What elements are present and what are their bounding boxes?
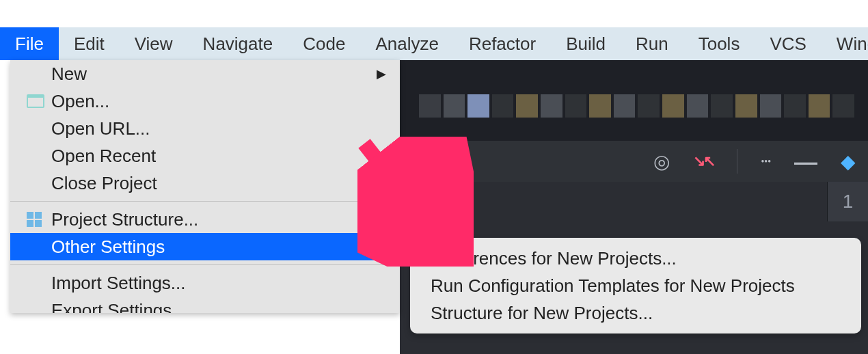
submenu-arrow-icon: ▶ [377, 148, 386, 163]
menu-item-open-recent[interactable]: Open Recent ▶ [10, 142, 400, 169]
cube-icon[interactable]: ◆ [841, 150, 856, 173]
file-dropdown: New ▶ Open... Open URL... Open Recent ▶ … [10, 60, 400, 313]
menu-item-label: New [51, 64, 377, 85]
more-icon[interactable]: ●●● [761, 159, 771, 163]
menu-item-label: Open URL... [51, 118, 386, 139]
submenu-item-label: Structure for New Projects... [431, 303, 653, 324]
toolbar-separator [737, 149, 737, 174]
menu-refactor[interactable]: Refactor [454, 27, 551, 60]
submenu-arrow-icon: ▶ [377, 239, 386, 254]
menu-item-open[interactable]: Open... [10, 87, 400, 115]
submenu-item-label: Run Configuration Templates for New Proj… [431, 275, 795, 297]
menu-item-label: Export Settings [51, 300, 386, 314]
target-icon[interactable]: ◎ [653, 150, 670, 173]
menu-file[interactable]: File [0, 27, 59, 60]
menu-item-new[interactable]: New ▶ [10, 60, 400, 87]
blurred-tabs [419, 94, 854, 118]
menu-view[interactable]: View [120, 27, 188, 60]
menu-edit[interactable]: Edit [59, 27, 120, 60]
grid-icon [27, 212, 51, 227]
editor-toolbar: ◎ ↘↖ ●●● — ◆ [400, 141, 868, 182]
submenu-arrow-icon: ▶ [377, 66, 386, 81]
line-number-gutter: 1 [827, 182, 868, 221]
menu-navigate[interactable]: Navigate [188, 27, 288, 60]
menu-item-label: Other Settings [51, 236, 377, 258]
menu-item-label: Import Settings... [51, 273, 386, 294]
menu-build[interactable]: Build [551, 27, 621, 60]
menu-item-label: Close Project [51, 173, 386, 194]
menu-separator [10, 201, 400, 202]
menu-item-label: Open... [51, 91, 386, 112]
menu-item-project-structure[interactable]: Project Structure... ⌘; [10, 206, 400, 233]
menu-separator [10, 264, 400, 265]
line-number: 1 [843, 191, 854, 213]
submenu-item-run-templates[interactable]: Run Configuration Templates for New Proj… [410, 272, 861, 299]
menu-item-open-url[interactable]: Open URL... [10, 115, 400, 142]
menu-code[interactable]: Code [288, 27, 360, 60]
menu-item-import-settings[interactable]: Import Settings... [10, 269, 400, 297]
submenu-item-preferences[interactable]: Preferences for New Projects... [410, 245, 861, 272]
menu-shortcut: ⌘; [364, 209, 386, 230]
menu-tools[interactable]: Tools [683, 27, 755, 60]
menu-item-close-project[interactable]: Close Project [10, 169, 400, 197]
menu-run[interactable]: Run [621, 27, 683, 60]
menu-item-other-settings[interactable]: Other Settings ▶ [10, 233, 400, 260]
menu-window[interactable]: Window [822, 27, 868, 60]
folder-icon [27, 94, 51, 108]
other-settings-submenu: Preferences for New Projects... Run Conf… [410, 238, 861, 333]
submenu-item-structure[interactable]: Structure for New Projects... [410, 299, 861, 327]
main-menubar: File Edit View Navigate Code Analyze Ref… [0, 27, 868, 60]
editor-tab-row [400, 60, 868, 141]
collapse-icon[interactable]: ↘↖ [693, 152, 714, 170]
menu-item-label: Open Recent [51, 146, 377, 167]
menu-vcs[interactable]: VCS [755, 27, 821, 60]
minimize-icon[interactable]: — [794, 148, 817, 175]
menu-item-label: Project Structure... [51, 209, 364, 230]
menu-item-export-settings[interactable]: Export Settings [10, 297, 400, 313]
submenu-item-label: Preferences for New Projects... [431, 248, 677, 269]
menu-analyze[interactable]: Analyze [360, 27, 454, 60]
